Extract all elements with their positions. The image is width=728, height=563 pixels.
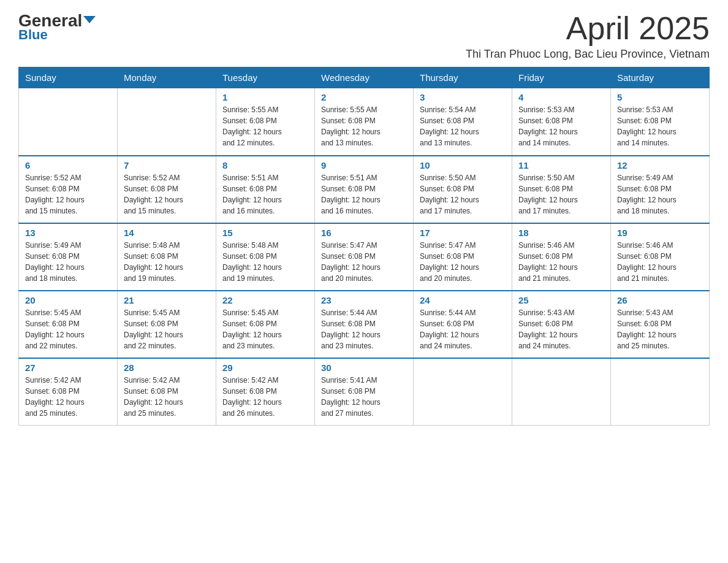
day-info: Sunrise: 5:49 AMSunset: 6:08 PMDaylight:… xyxy=(25,240,111,284)
calendar-cell: 24Sunrise: 5:44 AMSunset: 6:08 PMDayligh… xyxy=(414,291,512,358)
day-number: 30 xyxy=(321,362,407,373)
day-info: Sunrise: 5:42 AMSunset: 6:08 PMDaylight:… xyxy=(124,375,210,419)
day-number: 27 xyxy=(25,362,111,373)
calendar-cell: 5Sunrise: 5:53 AMSunset: 6:08 PMDaylight… xyxy=(611,88,710,156)
day-info: Sunrise: 5:54 AMSunset: 6:08 PMDaylight:… xyxy=(420,104,506,148)
calendar-row-4: 20Sunrise: 5:45 AMSunset: 6:08 PMDayligh… xyxy=(19,291,710,358)
page-header: General Blue April 2025 Thi Tran Phuoc L… xyxy=(18,12,710,61)
day-number: 15 xyxy=(222,228,308,238)
day-info: Sunrise: 5:44 AMSunset: 6:08 PMDaylight:… xyxy=(321,307,407,351)
page-subtitle: Thi Tran Phuoc Long, Bac Lieu Province, … xyxy=(466,48,710,61)
day-number: 21 xyxy=(124,295,210,305)
calendar-cell: 6Sunrise: 5:52 AMSunset: 6:08 PMDaylight… xyxy=(19,156,118,223)
day-number: 24 xyxy=(420,295,506,305)
header-tuesday: Tuesday xyxy=(216,67,315,88)
calendar-cell: 19Sunrise: 5:46 AMSunset: 6:08 PMDayligh… xyxy=(611,223,710,291)
calendar-cell: 25Sunrise: 5:43 AMSunset: 6:08 PMDayligh… xyxy=(512,291,611,358)
logo-blue-text: Blue xyxy=(18,27,48,43)
day-info: Sunrise: 5:52 AMSunset: 6:08 PMDaylight:… xyxy=(25,172,111,216)
calendar-cell xyxy=(512,358,611,426)
calendar-cell: 10Sunrise: 5:50 AMSunset: 6:08 PMDayligh… xyxy=(414,156,512,223)
calendar-cell: 14Sunrise: 5:48 AMSunset: 6:08 PMDayligh… xyxy=(118,223,216,291)
calendar-cell: 26Sunrise: 5:43 AMSunset: 6:08 PMDayligh… xyxy=(611,291,710,358)
day-info: Sunrise: 5:46 AMSunset: 6:08 PMDaylight:… xyxy=(518,240,604,284)
header-friday: Friday xyxy=(512,67,611,88)
calendar-cell: 2Sunrise: 5:55 AMSunset: 6:08 PMDaylight… xyxy=(315,88,414,156)
day-info: Sunrise: 5:51 AMSunset: 6:08 PMDaylight:… xyxy=(321,172,407,216)
header-wednesday: Wednesday xyxy=(315,67,414,88)
calendar-cell: 28Sunrise: 5:42 AMSunset: 6:08 PMDayligh… xyxy=(118,358,216,426)
calendar-cell: 1Sunrise: 5:55 AMSunset: 6:08 PMDaylight… xyxy=(216,88,315,156)
calendar-cell: 17Sunrise: 5:47 AMSunset: 6:08 PMDayligh… xyxy=(414,223,512,291)
day-info: Sunrise: 5:53 AMSunset: 6:08 PMDaylight:… xyxy=(518,104,604,148)
header-saturday: Saturday xyxy=(611,67,710,88)
day-info: Sunrise: 5:48 AMSunset: 6:08 PMDaylight:… xyxy=(222,240,308,284)
day-number: 29 xyxy=(222,362,308,373)
logo-arrow-icon xyxy=(83,16,96,23)
day-info: Sunrise: 5:55 AMSunset: 6:08 PMDaylight:… xyxy=(321,104,407,148)
day-info: Sunrise: 5:47 AMSunset: 6:08 PMDaylight:… xyxy=(321,240,407,284)
calendar-table: Sunday Monday Tuesday Wednesday Thursday… xyxy=(18,67,710,426)
day-info: Sunrise: 5:55 AMSunset: 6:08 PMDaylight:… xyxy=(222,104,308,148)
day-number: 22 xyxy=(222,295,308,305)
day-info: Sunrise: 5:42 AMSunset: 6:08 PMDaylight:… xyxy=(222,375,308,419)
day-info: Sunrise: 5:43 AMSunset: 6:08 PMDaylight:… xyxy=(617,307,703,351)
day-number: 8 xyxy=(222,160,308,170)
day-number: 19 xyxy=(617,228,703,238)
calendar-row-5: 27Sunrise: 5:42 AMSunset: 6:08 PMDayligh… xyxy=(19,358,710,426)
calendar-cell: 12Sunrise: 5:49 AMSunset: 6:08 PMDayligh… xyxy=(611,156,710,223)
day-number: 16 xyxy=(321,228,407,238)
day-info: Sunrise: 5:50 AMSunset: 6:08 PMDaylight:… xyxy=(518,172,604,216)
calendar-cell: 21Sunrise: 5:45 AMSunset: 6:08 PMDayligh… xyxy=(118,291,216,358)
day-number: 10 xyxy=(420,160,506,170)
calendar-cell xyxy=(611,358,710,426)
day-number: 11 xyxy=(518,160,604,170)
day-number: 20 xyxy=(25,295,111,305)
header-monday: Monday xyxy=(118,67,216,88)
day-number: 26 xyxy=(617,295,703,305)
day-number: 4 xyxy=(518,92,604,102)
day-info: Sunrise: 5:42 AMSunset: 6:08 PMDaylight:… xyxy=(25,375,111,419)
day-number: 7 xyxy=(124,160,210,170)
day-info: Sunrise: 5:50 AMSunset: 6:08 PMDaylight:… xyxy=(420,172,506,216)
calendar-cell: 16Sunrise: 5:47 AMSunset: 6:08 PMDayligh… xyxy=(315,223,414,291)
calendar-cell: 4Sunrise: 5:53 AMSunset: 6:08 PMDaylight… xyxy=(512,88,611,156)
day-info: Sunrise: 5:45 AMSunset: 6:08 PMDaylight:… xyxy=(25,307,111,351)
day-info: Sunrise: 5:45 AMSunset: 6:08 PMDaylight:… xyxy=(222,307,308,351)
calendar-cell: 23Sunrise: 5:44 AMSunset: 6:08 PMDayligh… xyxy=(315,291,414,358)
calendar-cell: 11Sunrise: 5:50 AMSunset: 6:08 PMDayligh… xyxy=(512,156,611,223)
page-title: April 2025 xyxy=(466,12,710,44)
day-number: 14 xyxy=(124,228,210,238)
calendar-cell: 22Sunrise: 5:45 AMSunset: 6:08 PMDayligh… xyxy=(216,291,315,358)
header-sunday: Sunday xyxy=(19,67,118,88)
day-number: 5 xyxy=(617,92,703,102)
calendar-cell: 3Sunrise: 5:54 AMSunset: 6:08 PMDaylight… xyxy=(414,88,512,156)
day-number: 25 xyxy=(518,295,604,305)
day-info: Sunrise: 5:48 AMSunset: 6:08 PMDaylight:… xyxy=(124,240,210,284)
day-number: 28 xyxy=(124,362,210,373)
calendar-cell: 27Sunrise: 5:42 AMSunset: 6:08 PMDayligh… xyxy=(19,358,118,426)
calendar-row-2: 6Sunrise: 5:52 AMSunset: 6:08 PMDaylight… xyxy=(19,156,710,223)
calendar-row-3: 13Sunrise: 5:49 AMSunset: 6:08 PMDayligh… xyxy=(19,223,710,291)
day-number: 13 xyxy=(25,228,111,238)
logo: General Blue xyxy=(18,12,96,43)
calendar-cell: 30Sunrise: 5:41 AMSunset: 6:08 PMDayligh… xyxy=(315,358,414,426)
day-number: 12 xyxy=(617,160,703,170)
calendar-cell: 15Sunrise: 5:48 AMSunset: 6:08 PMDayligh… xyxy=(216,223,315,291)
calendar-cell xyxy=(118,88,216,156)
header-thursday: Thursday xyxy=(414,67,512,88)
day-number: 9 xyxy=(321,160,407,170)
calendar-row-1: 1Sunrise: 5:55 AMSunset: 6:08 PMDaylight… xyxy=(19,88,710,156)
day-number: 1 xyxy=(222,92,308,102)
calendar-cell: 13Sunrise: 5:49 AMSunset: 6:08 PMDayligh… xyxy=(19,223,118,291)
day-number: 2 xyxy=(321,92,407,102)
day-info: Sunrise: 5:47 AMSunset: 6:08 PMDaylight:… xyxy=(420,240,506,284)
calendar-header-row: Sunday Monday Tuesday Wednesday Thursday… xyxy=(19,67,710,88)
calendar-cell: 9Sunrise: 5:51 AMSunset: 6:08 PMDaylight… xyxy=(315,156,414,223)
day-info: Sunrise: 5:45 AMSunset: 6:08 PMDaylight:… xyxy=(124,307,210,351)
day-info: Sunrise: 5:53 AMSunset: 6:08 PMDaylight:… xyxy=(617,104,703,148)
day-number: 23 xyxy=(321,295,407,305)
calendar-cell: 7Sunrise: 5:52 AMSunset: 6:08 PMDaylight… xyxy=(118,156,216,223)
day-number: 18 xyxy=(518,228,604,238)
day-number: 6 xyxy=(25,160,111,170)
